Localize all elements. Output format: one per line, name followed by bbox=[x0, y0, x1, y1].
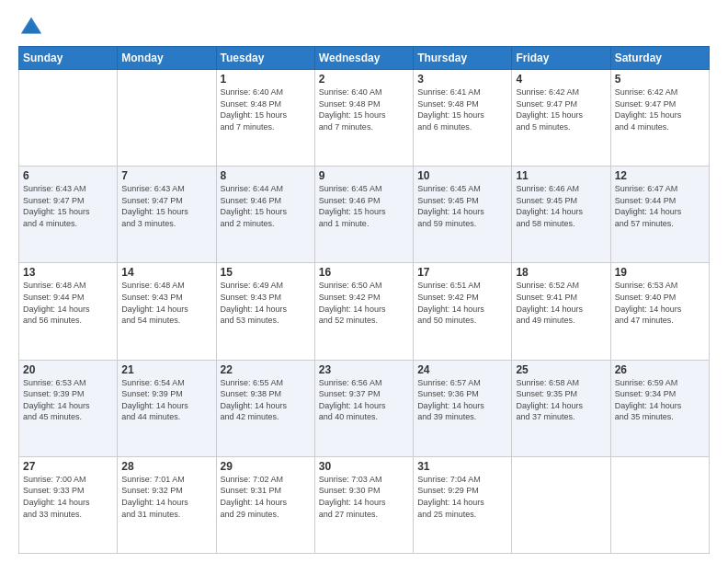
day-number: 24 bbox=[417, 363, 507, 376]
day-number: 12 bbox=[615, 169, 705, 182]
calendar-cell: 26Sunrise: 6:59 AM Sunset: 9:34 PM Dayli… bbox=[610, 360, 709, 456]
calendar-cell: 24Sunrise: 6:57 AM Sunset: 9:36 PM Dayli… bbox=[414, 360, 512, 456]
day-info: Sunrise: 6:43 AM Sunset: 9:47 PM Dayligh… bbox=[121, 183, 211, 229]
calendar-cell: 19Sunrise: 6:53 AM Sunset: 9:40 PM Dayli… bbox=[610, 263, 709, 360]
calendar-week-row: 27Sunrise: 7:00 AM Sunset: 9:33 PM Dayli… bbox=[19, 456, 710, 553]
logo bbox=[18, 15, 48, 40]
calendar-week-row: 20Sunrise: 6:53 AM Sunset: 9:39 PM Dayli… bbox=[19, 360, 710, 456]
day-number: 21 bbox=[121, 363, 211, 376]
day-number: 18 bbox=[516, 266, 606, 279]
calendar-cell: 30Sunrise: 7:03 AM Sunset: 9:30 PM Dayli… bbox=[314, 456, 413, 553]
day-info: Sunrise: 6:55 AM Sunset: 9:38 PM Dayligh… bbox=[221, 377, 311, 423]
calendar-week-row: 1Sunrise: 6:40 AM Sunset: 9:48 PM Daylig… bbox=[19, 70, 710, 167]
day-info: Sunrise: 6:59 AM Sunset: 9:34 PM Dayligh… bbox=[615, 377, 705, 423]
calendar-cell: 21Sunrise: 6:54 AM Sunset: 9:39 PM Dayli… bbox=[118, 360, 216, 456]
page: SundayMondayTuesdayWednesdayThursdayFrid… bbox=[0, 0, 728, 563]
calendar-cell: 27Sunrise: 7:00 AM Sunset: 9:33 PM Dayli… bbox=[19, 456, 118, 553]
day-number: 26 bbox=[615, 363, 705, 376]
day-info: Sunrise: 6:47 AM Sunset: 9:44 PM Dayligh… bbox=[615, 183, 705, 229]
calendar-header-row: SundayMondayTuesdayWednesdayThursdayFrid… bbox=[19, 47, 710, 70]
day-number: 22 bbox=[221, 363, 311, 376]
day-number: 3 bbox=[417, 73, 507, 86]
calendar-cell: 11Sunrise: 6:46 AM Sunset: 9:45 PM Dayli… bbox=[512, 167, 610, 263]
calendar-cell: 22Sunrise: 6:55 AM Sunset: 9:38 PM Dayli… bbox=[216, 360, 314, 456]
calendar-cell: 12Sunrise: 6:47 AM Sunset: 9:44 PM Dayli… bbox=[610, 167, 709, 263]
weekday-header: Wednesday bbox=[314, 47, 413, 70]
day-info: Sunrise: 7:00 AM Sunset: 9:33 PM Dayligh… bbox=[23, 474, 113, 520]
day-number: 8 bbox=[221, 169, 311, 182]
day-info: Sunrise: 7:01 AM Sunset: 9:32 PM Dayligh… bbox=[121, 474, 211, 520]
day-info: Sunrise: 6:51 AM Sunset: 9:42 PM Dayligh… bbox=[417, 280, 507, 326]
weekday-header: Saturday bbox=[610, 47, 709, 70]
header bbox=[18, 15, 710, 40]
day-info: Sunrise: 6:44 AM Sunset: 9:46 PM Dayligh… bbox=[221, 183, 311, 229]
day-info: Sunrise: 6:49 AM Sunset: 9:43 PM Dayligh… bbox=[221, 280, 311, 326]
calendar-cell: 13Sunrise: 6:48 AM Sunset: 9:44 PM Dayli… bbox=[19, 263, 118, 360]
day-info: Sunrise: 6:45 AM Sunset: 9:45 PM Dayligh… bbox=[417, 183, 507, 229]
day-info: Sunrise: 6:56 AM Sunset: 9:37 PM Dayligh… bbox=[319, 377, 409, 423]
day-number: 17 bbox=[417, 266, 507, 279]
calendar-cell: 10Sunrise: 6:45 AM Sunset: 9:45 PM Dayli… bbox=[414, 167, 512, 263]
weekday-header: Thursday bbox=[414, 47, 512, 70]
day-number: 15 bbox=[221, 266, 311, 279]
calendar-table: SundayMondayTuesdayWednesdayThursdayFrid… bbox=[18, 46, 710, 554]
calendar-cell: 8Sunrise: 6:44 AM Sunset: 9:46 PM Daylig… bbox=[216, 167, 314, 263]
day-info: Sunrise: 6:53 AM Sunset: 9:40 PM Dayligh… bbox=[615, 280, 705, 326]
day-number: 31 bbox=[417, 460, 507, 473]
calendar-week-row: 13Sunrise: 6:48 AM Sunset: 9:44 PM Dayli… bbox=[19, 263, 710, 360]
calendar-cell: 28Sunrise: 7:01 AM Sunset: 9:32 PM Dayli… bbox=[118, 456, 216, 553]
day-number: 30 bbox=[319, 460, 409, 473]
day-number: 7 bbox=[121, 169, 211, 182]
calendar-cell: 20Sunrise: 6:53 AM Sunset: 9:39 PM Dayli… bbox=[19, 360, 118, 456]
day-info: Sunrise: 6:43 AM Sunset: 9:47 PM Dayligh… bbox=[23, 183, 113, 229]
logo-icon bbox=[18, 15, 44, 40]
day-info: Sunrise: 7:04 AM Sunset: 9:29 PM Dayligh… bbox=[417, 474, 507, 520]
day-number: 29 bbox=[221, 460, 311, 473]
day-info: Sunrise: 6:40 AM Sunset: 9:48 PM Dayligh… bbox=[221, 86, 311, 132]
calendar-cell bbox=[610, 456, 709, 553]
calendar-cell: 7Sunrise: 6:43 AM Sunset: 9:47 PM Daylig… bbox=[118, 167, 216, 263]
day-number: 1 bbox=[221, 73, 311, 86]
calendar-cell: 16Sunrise: 6:50 AM Sunset: 9:42 PM Dayli… bbox=[314, 263, 413, 360]
calendar-cell: 23Sunrise: 6:56 AM Sunset: 9:37 PM Dayli… bbox=[314, 360, 413, 456]
calendar-cell: 2Sunrise: 6:40 AM Sunset: 9:48 PM Daylig… bbox=[314, 70, 413, 167]
day-info: Sunrise: 6:48 AM Sunset: 9:43 PM Dayligh… bbox=[121, 280, 211, 326]
day-info: Sunrise: 6:48 AM Sunset: 9:44 PM Dayligh… bbox=[23, 280, 113, 326]
calendar-cell: 29Sunrise: 7:02 AM Sunset: 9:31 PM Dayli… bbox=[216, 456, 314, 553]
day-number: 28 bbox=[121, 460, 211, 473]
day-info: Sunrise: 6:53 AM Sunset: 9:39 PM Dayligh… bbox=[23, 377, 113, 423]
day-number: 2 bbox=[319, 73, 409, 86]
day-number: 4 bbox=[516, 73, 606, 86]
day-info: Sunrise: 6:54 AM Sunset: 9:39 PM Dayligh… bbox=[121, 377, 211, 423]
weekday-header: Monday bbox=[118, 47, 216, 70]
calendar-cell: 9Sunrise: 6:45 AM Sunset: 9:46 PM Daylig… bbox=[314, 167, 413, 263]
day-number: 16 bbox=[319, 266, 409, 279]
calendar-cell bbox=[19, 70, 118, 167]
calendar-cell bbox=[512, 456, 610, 553]
day-info: Sunrise: 6:50 AM Sunset: 9:42 PM Dayligh… bbox=[319, 280, 409, 326]
day-info: Sunrise: 6:40 AM Sunset: 9:48 PM Dayligh… bbox=[319, 86, 409, 132]
day-number: 10 bbox=[417, 169, 507, 182]
day-info: Sunrise: 6:45 AM Sunset: 9:46 PM Dayligh… bbox=[319, 183, 409, 229]
day-number: 6 bbox=[23, 169, 113, 182]
calendar-cell: 25Sunrise: 6:58 AM Sunset: 9:35 PM Dayli… bbox=[512, 360, 610, 456]
day-info: Sunrise: 6:42 AM Sunset: 9:47 PM Dayligh… bbox=[615, 86, 705, 132]
day-number: 19 bbox=[615, 266, 705, 279]
calendar-cell: 5Sunrise: 6:42 AM Sunset: 9:47 PM Daylig… bbox=[610, 70, 709, 167]
day-number: 23 bbox=[319, 363, 409, 376]
calendar-cell bbox=[118, 70, 216, 167]
weekday-header: Tuesday bbox=[216, 47, 314, 70]
day-info: Sunrise: 6:58 AM Sunset: 9:35 PM Dayligh… bbox=[516, 377, 606, 423]
weekday-header: Friday bbox=[512, 47, 610, 70]
calendar-cell: 18Sunrise: 6:52 AM Sunset: 9:41 PM Dayli… bbox=[512, 263, 610, 360]
day-info: Sunrise: 6:41 AM Sunset: 9:48 PM Dayligh… bbox=[417, 86, 507, 132]
calendar-cell: 6Sunrise: 6:43 AM Sunset: 9:47 PM Daylig… bbox=[19, 167, 118, 263]
calendar-cell: 31Sunrise: 7:04 AM Sunset: 9:29 PM Dayli… bbox=[414, 456, 512, 553]
calendar-cell: 17Sunrise: 6:51 AM Sunset: 9:42 PM Dayli… bbox=[414, 263, 512, 360]
day-number: 11 bbox=[516, 169, 606, 182]
calendar-week-row: 6Sunrise: 6:43 AM Sunset: 9:47 PM Daylig… bbox=[19, 167, 710, 263]
day-info: Sunrise: 6:52 AM Sunset: 9:41 PM Dayligh… bbox=[516, 280, 606, 326]
day-info: Sunrise: 6:46 AM Sunset: 9:45 PM Dayligh… bbox=[516, 183, 606, 229]
day-number: 27 bbox=[23, 460, 113, 473]
calendar-cell: 3Sunrise: 6:41 AM Sunset: 9:48 PM Daylig… bbox=[414, 70, 512, 167]
